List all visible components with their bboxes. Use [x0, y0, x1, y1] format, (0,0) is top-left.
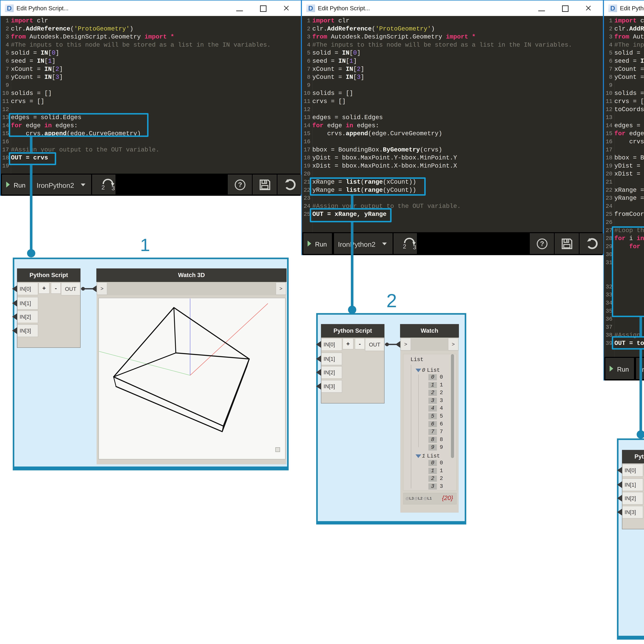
svg-text:2: 2 [403, 243, 406, 250]
svg-text:2: 2 [101, 184, 105, 191]
svg-text:?: ? [540, 240, 544, 247]
svg-text:3: 3 [112, 185, 115, 191]
svg-text:?: ? [238, 181, 242, 188]
svg-text:3: 3 [413, 244, 416, 250]
